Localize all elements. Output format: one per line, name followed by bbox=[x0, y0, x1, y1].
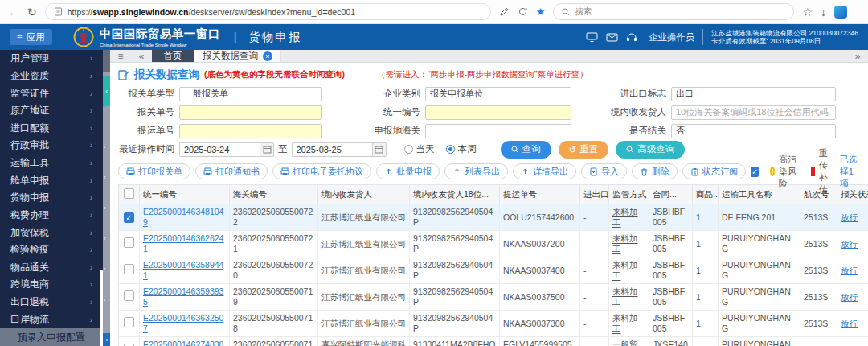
unified-no-link[interactable]: E20250001463593935 bbox=[143, 286, 223, 307]
close-icon[interactable]: × bbox=[263, 51, 272, 61]
sidebar-item-enterprise[interactable]: 企业资质› bbox=[0, 68, 103, 85]
delete-button[interactable]: 删除 bbox=[632, 163, 678, 179]
url-text: https://swapp.singlewindow.cn/deskserver… bbox=[68, 7, 355, 17]
address-bar[interactable]: https://swapp.singlewindow.cn/deskserver… bbox=[45, 3, 491, 20]
print-notice-button[interactable]: 打印通知书 bbox=[195, 163, 268, 179]
decl-no-input[interactable] bbox=[179, 105, 322, 120]
decl-type-field[interactable]: 一般报关单 bbox=[179, 87, 322, 101]
unified-no-link[interactable]: E20250001462748387 bbox=[143, 340, 223, 346]
sidebar-item-user-mgmt[interactable]: 用户管理› bbox=[0, 50, 103, 68]
status-link[interactable]: 放行 bbox=[841, 212, 858, 222]
voyage-cell: 2513S bbox=[800, 204, 837, 231]
unified-no-link[interactable]: E20250001463632507 bbox=[143, 313, 223, 333]
select-all-checkbox[interactable] bbox=[124, 188, 134, 199]
list-export-button[interactable]: 列表导出 bbox=[444, 163, 508, 179]
back-icon[interactable]: ← bbox=[8, 6, 19, 18]
sidebar-item-processing-trade[interactable]: 加贸保税› bbox=[0, 224, 103, 241]
customs-place-input[interactable] bbox=[425, 124, 571, 138]
table-row: E20250001463626241 236020250605500721 江苏… bbox=[119, 231, 868, 257]
search-button[interactable]: 查询 bbox=[501, 141, 551, 159]
sidebar-item-tax[interactable]: 税费办理› bbox=[0, 207, 103, 224]
collapse-handle[interactable]: ‹ bbox=[103, 76, 110, 106]
row-checkbox[interactable] bbox=[124, 264, 134, 274]
browser-search-box[interactable]: 搜索 bbox=[553, 3, 794, 20]
download-icon[interactable]: ↓ bbox=[821, 6, 826, 18]
tab-customs-data-query[interactable]: 报关数据查询 × bbox=[194, 50, 281, 62]
sidebar-item-origin-cert[interactable]: 原产地证› bbox=[0, 102, 103, 120]
chevron-left-icon[interactable]: ‹ bbox=[104, 296, 106, 303]
sidebar-item-inspection[interactable]: 检验检疫› bbox=[0, 241, 103, 259]
advanced-search-button[interactable]: 高级查询 bbox=[616, 141, 685, 159]
radio-this-week[interactable]: 本周 bbox=[446, 143, 477, 155]
row-checkbox[interactable] bbox=[124, 317, 134, 327]
closed-field[interactable]: 否 bbox=[671, 124, 836, 138]
pen-icon[interactable] bbox=[499, 6, 510, 17]
refresh-icon[interactable]: ↻ bbox=[27, 6, 37, 18]
sidebar-item-prerecord-config[interactable]: 预录入申报配置 bbox=[0, 328, 103, 346]
sidebar-item-admin-approval[interactable]: 行政审批› bbox=[0, 137, 103, 154]
star-icon[interactable]: ★ bbox=[536, 6, 546, 18]
reset-button[interactable]: ↺重置 bbox=[559, 141, 609, 159]
status-link[interactable]: 放行 bbox=[841, 292, 858, 302]
monitor-icon[interactable] bbox=[586, 32, 598, 43]
sidebar-item-cargo-decl[interactable]: 货物申报› bbox=[0, 189, 103, 207]
status-link[interactable]: 放行 bbox=[841, 319, 858, 328]
sync-icon[interactable] bbox=[518, 6, 528, 17]
sidebar-item-port-logistics[interactable]: 口岸物流› bbox=[0, 311, 103, 328]
consignee-input[interactable]: 10位海关备案编码或18位社会信用代码 bbox=[671, 105, 836, 120]
user-role[interactable]: 企业操作员 bbox=[649, 31, 695, 43]
date-to-input[interactable]: 2025-03-25 bbox=[292, 142, 372, 157]
row-checkbox[interactable] bbox=[124, 290, 134, 301]
status-subscribe-button[interactable]: 状态订阅 bbox=[682, 163, 746, 179]
headset-icon[interactable] bbox=[626, 32, 637, 43]
calendar-icon[interactable] bbox=[260, 142, 274, 157]
apps-menu-button[interactable]: ≡ 应用 bbox=[10, 29, 52, 45]
date-from-input[interactable]: 2025-03-24 bbox=[179, 142, 260, 157]
detail-export-button[interactable]: 详情导出 bbox=[513, 163, 576, 179]
unified-no-input[interactable] bbox=[425, 105, 571, 120]
row-checkbox[interactable] bbox=[124, 237, 134, 248]
sidebar-item-import-quota[interactable]: 进口配额› bbox=[0, 120, 103, 138]
chevron-left-icon[interactable]: ‹ bbox=[104, 266, 106, 273]
ie-flag-field[interactable]: 出口 bbox=[671, 87, 836, 101]
chevron-left-icon[interactable]: ‹ bbox=[104, 204, 106, 212]
status-link[interactable]: 放行 bbox=[841, 266, 858, 275]
unified-no-link[interactable]: E20250001463589441 bbox=[143, 260, 223, 280]
status-link[interactable]: 放行 bbox=[841, 239, 858, 249]
header-actions: 企业操作员 江苏盐城港集装箱物流有限公司 2100030072346 卡介质有效… bbox=[586, 29, 858, 46]
browser-profile-icon[interactable] bbox=[834, 6, 847, 19]
tabs-scroll-left-icon[interactable]: « bbox=[131, 50, 152, 62]
bl-no-input[interactable] bbox=[179, 124, 322, 138]
chevron-left-icon[interactable]: ‹ bbox=[104, 174, 106, 181]
site-info-icon[interactable] bbox=[54, 7, 63, 16]
tabs-scroll-right-icon[interactable]: » bbox=[847, 50, 868, 62]
results-table: 统一编号 海关编号 境内收发货人 境内收发货人18位... 提运单号 进出口..… bbox=[118, 184, 868, 346]
calendar-icon[interactable] bbox=[372, 142, 387, 157]
toolbar-checkbox-checked[interactable]: ✓ bbox=[751, 167, 759, 177]
sidebar-item-cross-border[interactable]: 跨境电商› bbox=[0, 276, 103, 294]
row-checkbox-checked[interactable]: ✓ bbox=[124, 212, 134, 223]
import-button[interactable]: 导入 bbox=[581, 163, 627, 179]
tab-menu-icon[interactable]: ≡ bbox=[110, 50, 131, 62]
sidebar-item-manifest[interactable]: 舱单申报› bbox=[0, 171, 103, 189]
print-e-agreement-button[interactable]: 打印电子委托协议 bbox=[272, 163, 371, 179]
consignee-cell: 江苏博汇纸业有限公司 bbox=[318, 204, 410, 231]
sidebar-item-licenses[interactable]: 监管证件› bbox=[0, 84, 103, 102]
favorite-icon[interactable]: ☆ bbox=[802, 6, 813, 18]
print-declaration-button[interactable]: 打印报关单 bbox=[118, 163, 190, 179]
unified-no-link[interactable]: E20250001463481049 bbox=[143, 207, 223, 227]
mail-icon[interactable] bbox=[606, 33, 618, 42]
sidebar-item-transport[interactable]: 运输工具› bbox=[0, 154, 103, 172]
chevron-left-icon[interactable]: ‹ bbox=[104, 235, 106, 242]
sidebar-item-export-rebate[interactable]: 出口退税› bbox=[0, 294, 103, 311]
batch-declare-button[interactable]: 批量申报 bbox=[376, 163, 440, 179]
chevron-left-icon[interactable]: ‹ bbox=[104, 143, 106, 150]
unified-no-link[interactable]: E20250001463626241 bbox=[143, 233, 223, 253]
ent-type-field[interactable]: 报关申报单位 bbox=[425, 87, 571, 101]
chevron-right-icon: › bbox=[90, 298, 92, 307]
tab-home[interactable]: 首页 bbox=[152, 50, 194, 62]
apps-menu-label: 应用 bbox=[27, 31, 45, 43]
radio-today[interactable]: 当天 bbox=[404, 143, 435, 155]
sidebar-item-articles[interactable]: 物品通关› bbox=[0, 259, 103, 277]
strip-bottom-toggle[interactable]: ‹ bbox=[103, 333, 110, 346]
